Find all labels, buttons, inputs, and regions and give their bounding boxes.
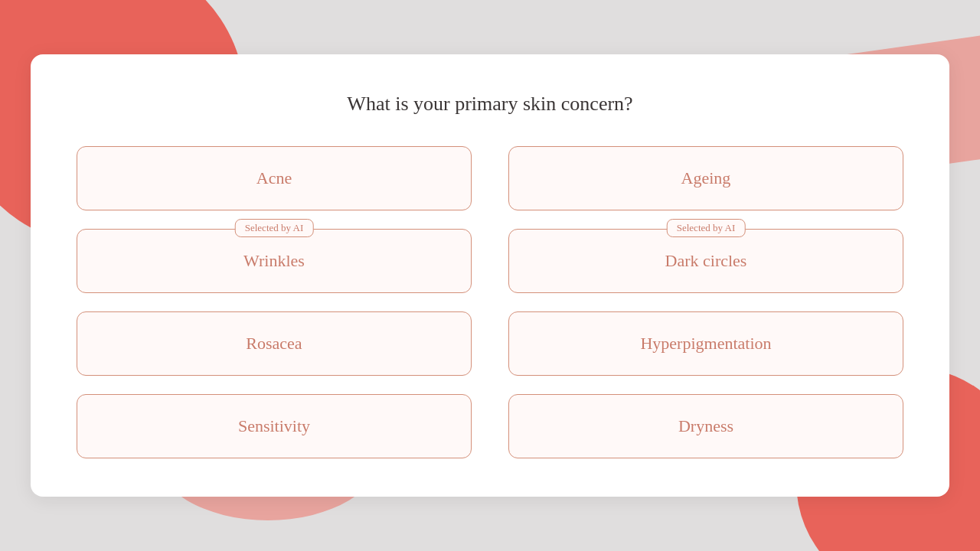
option-hyperpigmentation[interactable]: Hyperpigmentation bbox=[508, 311, 903, 376]
main-card: What is your primary skin concern? AcneA… bbox=[31, 54, 949, 497]
option-label-ageing: Ageing bbox=[681, 168, 731, 187]
option-label-sensitivity: Sensitivity bbox=[238, 416, 310, 435]
option-label-acne: Acne bbox=[256, 168, 292, 187]
option-ageing[interactable]: Ageing bbox=[508, 146, 903, 210]
page-title: What is your primary skin concern? bbox=[77, 93, 903, 116]
option-rosacea[interactable]: Rosacea bbox=[77, 311, 472, 376]
ai-badge-wrinkles: Selected by AI bbox=[235, 219, 314, 237]
option-label-dryness: Dryness bbox=[678, 416, 733, 435]
ai-badge-dark-circles: Selected by AI bbox=[667, 219, 746, 237]
options-grid: AcneAgeingSelected by AIWrinklesSelected… bbox=[77, 146, 903, 458]
option-label-wrinkles: Wrinkles bbox=[243, 251, 305, 270]
option-label-dark-circles: Dark circles bbox=[665, 251, 747, 270]
option-acne[interactable]: Acne bbox=[77, 146, 472, 210]
option-wrinkles[interactable]: Selected by AIWrinkles bbox=[77, 229, 472, 293]
option-label-hyperpigmentation: Hyperpigmentation bbox=[640, 334, 771, 353]
option-dryness[interactable]: Dryness bbox=[508, 394, 903, 458]
option-dark-circles[interactable]: Selected by AIDark circles bbox=[508, 229, 903, 293]
option-sensitivity[interactable]: Sensitivity bbox=[77, 394, 472, 458]
option-label-rosacea: Rosacea bbox=[246, 334, 302, 353]
